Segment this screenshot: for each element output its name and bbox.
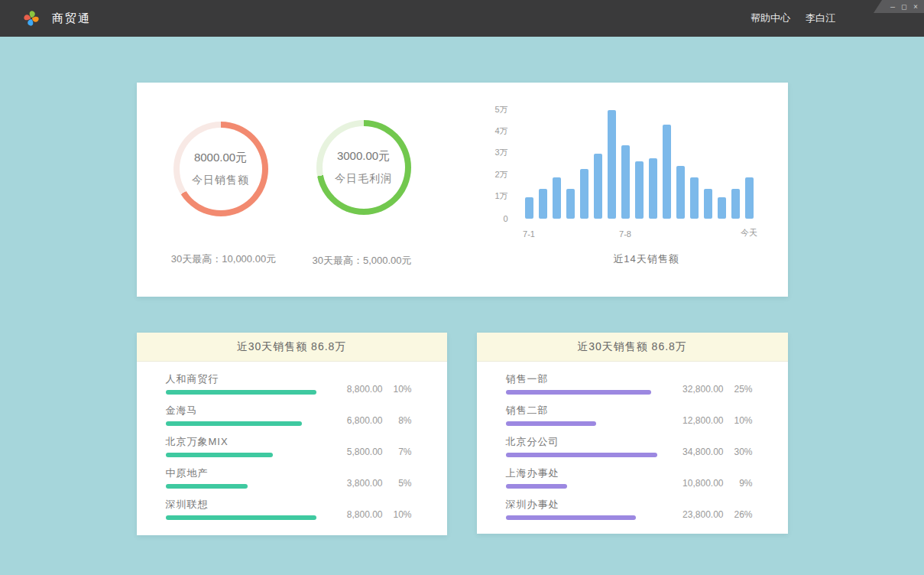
rank-row-bar	[166, 453, 273, 457]
window-controls: — □ ×	[874, 0, 924, 13]
bar	[566, 189, 575, 219]
rank-row-main: 深圳办事处	[506, 498, 663, 520]
rank-row-values: 32,800.00 25%	[663, 384, 753, 395]
rank-row: 中原地产 3,800.00 5%	[166, 466, 412, 489]
rank-row-main: 上海办事处	[506, 466, 663, 489]
y-tick-label: 1万	[482, 190, 508, 202]
rank-row-amount: 12,800.00	[663, 415, 724, 426]
rank-row-label: 中原地产	[166, 466, 322, 480]
rank-row-main: 中原地产	[166, 466, 322, 489]
rank-row: 金海马 6,800.00 8%	[166, 404, 412, 426]
overview-card: 8000.00元 今日销售额 3000.00元 今日毛利润 30天最高：10,0…	[137, 83, 788, 297]
rank-row-label: 金海马	[166, 404, 322, 417]
customer-rank-card: 近30天销售额 86.8万 人和商贸行 8,800.00 10% 金海马 6,8…	[137, 333, 447, 535]
bar	[649, 158, 657, 219]
rank-row-values: 10,800.00 9%	[663, 478, 753, 489]
y-tick-label: 4万	[482, 125, 508, 137]
bar-plot: 7-17-8今天	[525, 104, 754, 219]
help-center-link[interactable]: 帮助中心	[751, 11, 790, 25]
rank-row-values: 23,800.00 26%	[663, 509, 753, 520]
bar	[745, 177, 754, 219]
rank-row-amount: 8,800.00	[322, 509, 383, 520]
x-tick-label: 7-8	[619, 229, 631, 239]
rank-row-bar	[166, 515, 316, 520]
rank-row: 北京万象MIX 5,800.00 7%	[166, 435, 412, 457]
today-sales-value: 8000.00元	[194, 151, 247, 165]
rank-row: 销售一部 32,800.00 25%	[506, 372, 753, 395]
rank-row-bar	[166, 390, 316, 395]
today-sales-label: 今日销售额	[192, 174, 249, 187]
bar	[539, 189, 547, 219]
rank-row-main: 金海马	[166, 404, 322, 426]
rank-row-label: 北京万象MIX	[166, 435, 322, 449]
bar	[676, 166, 685, 219]
rank-row-percent: 26%	[724, 509, 753, 520]
rank-row-amount: 8,800.00	[322, 384, 383, 395]
rank-row-values: 34,800.00 30%	[663, 447, 753, 457]
user-menu[interactable]: 李白江	[806, 11, 835, 25]
gauge-center: 3000.00元 今日毛利润	[323, 126, 405, 209]
bar	[525, 197, 533, 219]
app-logo-icon	[21, 8, 41, 28]
rank-row-label: 销售一部	[506, 372, 663, 386]
rank-row-values: 8,800.00 10%	[322, 509, 412, 520]
bar	[663, 125, 671, 219]
rank-row: 深圳办事处 23,800.00 26%	[506, 498, 753, 520]
rank-row-values: 6,800.00 8%	[322, 415, 412, 426]
rank-row-values: 5,800.00 7%	[322, 447, 412, 457]
rank-row: 深圳联想 8,800.00 10%	[166, 498, 412, 520]
bar	[594, 154, 602, 219]
gauge-center: 8000.00元 今日销售额	[180, 128, 262, 210]
x-tick-label: 7-1	[523, 229, 535, 239]
profit-30d-max: 30天最高：5,000.00元	[277, 254, 448, 268]
today-profit-gauge: 3000.00元 今日毛利润	[316, 120, 411, 215]
rank-row-bar	[506, 453, 657, 457]
rank-row-bar	[166, 421, 302, 426]
rank-row-main: 人和商贸行	[166, 372, 322, 395]
header-menu: 帮助中心 李白江	[751, 11, 924, 25]
rank-row-amount: 10,800.00	[663, 478, 724, 489]
rank-row-amount: 34,800.00	[663, 447, 724, 457]
brand: 商贸通	[0, 8, 91, 28]
rank-row-percent: 7%	[383, 447, 412, 457]
rank-row-bar	[506, 390, 651, 395]
rank-row-bar	[506, 421, 596, 426]
rank-row: 人和商贸行 8,800.00 10%	[166, 372, 412, 395]
bar	[731, 189, 740, 219]
bar	[608, 110, 616, 219]
rank-row-values: 3,800.00 5%	[322, 478, 412, 489]
maximize-icon[interactable]: □	[902, 3, 906, 11]
card-title: 近30天销售额 86.8万	[477, 333, 788, 362]
bar	[635, 161, 644, 219]
rank-row-amount: 3,800.00	[322, 478, 383, 489]
rank-row-main: 销售一部	[506, 372, 663, 395]
rank-row: 上海办事处 10,800.00 9%	[506, 466, 753, 489]
y-axis: 5万4万3万2万1万0	[485, 104, 511, 219]
rank-row-bar	[506, 484, 567, 489]
rank-row-values: 12,800.00 10%	[663, 415, 753, 426]
today-profit-label: 今日毛利润	[335, 172, 392, 186]
y-tick-label: 0	[482, 214, 508, 223]
rank-row-amount: 6,800.00	[322, 415, 383, 426]
bar	[690, 177, 699, 219]
department-rank-card: 近30天销售额 86.8万 销售一部 32,800.00 25% 销售二部 12…	[477, 333, 788, 534]
rank-row-amount: 23,800.00	[663, 509, 724, 520]
today-profit-value: 3000.00元	[337, 149, 390, 164]
rank-row-main: 北京分公司	[506, 435, 663, 457]
close-icon[interactable]: ×	[913, 3, 918, 11]
minimize-icon[interactable]: —	[890, 3, 895, 11]
card-title: 近30天销售额 86.8万	[137, 333, 447, 362]
rank-row-label: 北京分公司	[506, 435, 663, 449]
rank-row-values: 8,800.00 10%	[322, 384, 412, 395]
today-sales-gauge: 8000.00元 今日销售额	[173, 122, 268, 216]
rank-row: 销售二部 12,800.00 10%	[506, 404, 753, 426]
rank-rows: 人和商贸行 8,800.00 10% 金海马 6,800.00 8% 北京万象M…	[137, 362, 447, 520]
rank-row-main: 销售二部	[506, 404, 663, 426]
rank-row-percent: 30%	[724, 447, 753, 457]
y-tick-label: 2万	[482, 169, 508, 180]
rank-row-label: 销售二部	[506, 404, 663, 417]
rank-row-bar	[506, 515, 636, 520]
rank-row-percent: 25%	[724, 384, 753, 395]
app-title: 商贸通	[52, 11, 91, 26]
rank-row-amount: 5,800.00	[322, 447, 383, 457]
